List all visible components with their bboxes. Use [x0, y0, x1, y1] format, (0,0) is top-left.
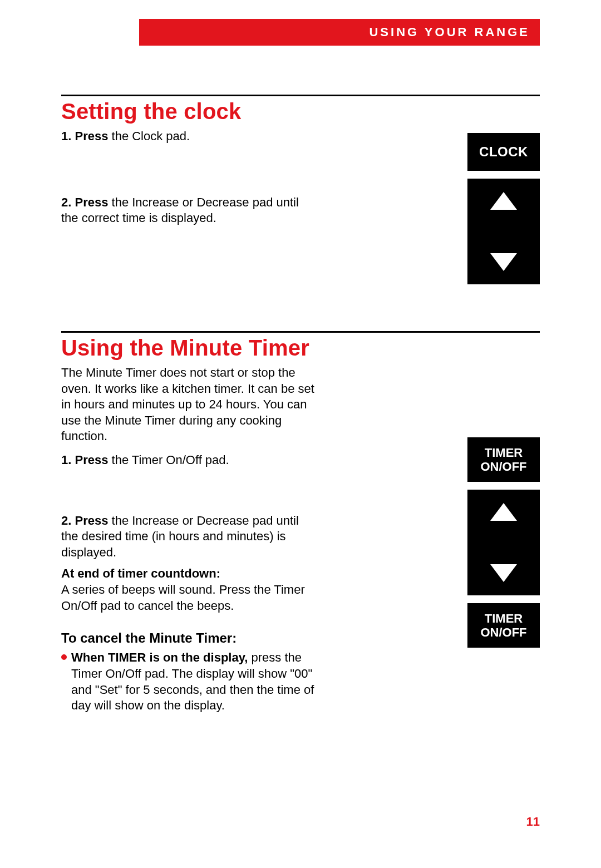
step-bold: Press [75, 453, 108, 467]
countdown-label: At end of timer countdown: [61, 566, 220, 580]
timer-onoff-pad: TIMER ON/OFF [467, 437, 540, 482]
section-title: Using the Minute Timer [61, 336, 540, 359]
arrow-down-icon [490, 253, 517, 271]
step-number: 2. [61, 514, 75, 527]
arrow-up-icon [490, 503, 517, 521]
cancel-heading: To cancel the Minute Timer: [61, 629, 317, 647]
step-bold: Press [75, 514, 108, 527]
cancel-bold: When TIMER is on the display, [71, 650, 248, 664]
divider [61, 331, 540, 333]
section2-text: The Minute Timer does not start or stop … [61, 365, 317, 714]
timer-line1: TIMER [485, 611, 523, 625]
increase-decrease-pad [467, 490, 540, 595]
increase-decrease-pad [467, 179, 540, 284]
timer-line2: ON/OFF [480, 460, 526, 474]
step: 2. Press the Increase or Decrease pad un… [61, 513, 317, 561]
timer-line1: TIMER [485, 446, 523, 460]
divider [61, 95, 540, 96]
cancel-bullet: When TIMER is on the display, press the … [61, 650, 317, 713]
step-bold: Press [75, 195, 108, 209]
clock-pad: CLOCK [467, 133, 540, 171]
section1-text: 1. Press the Clock pad. 2. Press the Inc… [61, 129, 317, 292]
arrow-up-icon [490, 192, 517, 210]
countdown-text: A series of beeps will sound. Press the … [61, 583, 305, 613]
step-number: 2. [61, 195, 75, 209]
section-setting-clock: Setting the clock 1. Press the Clock pad… [61, 95, 540, 292]
step-bold: Press [75, 129, 108, 143]
arrow-down-icon [490, 564, 517, 582]
timer-onoff-pad: TIMER ON/OFF [467, 603, 540, 648]
step-number: 1. [61, 453, 75, 467]
step: 1. Press the Clock pad. [61, 129, 317, 145]
step-rest: the Clock pad. [108, 129, 190, 143]
section-title: Setting the clock [61, 100, 540, 123]
step: 2. Press the Increase or Decrease pad un… [61, 195, 317, 226]
timer-line2: ON/OFF [480, 625, 526, 639]
page-number: 11 [526, 815, 540, 829]
intro-paragraph: The Minute Timer does not start or stop … [61, 365, 317, 445]
step-rest: the Timer On/Off pad. [108, 453, 229, 467]
bullet-icon [61, 654, 67, 660]
step: 1. Press the Timer On/Off pad. [61, 452, 317, 468]
section-minute-timer: Using the Minute Timer The Minute Timer … [61, 331, 540, 714]
countdown-block: At end of timer countdown: A series of b… [61, 566, 317, 614]
step-number: 1. [61, 129, 75, 143]
